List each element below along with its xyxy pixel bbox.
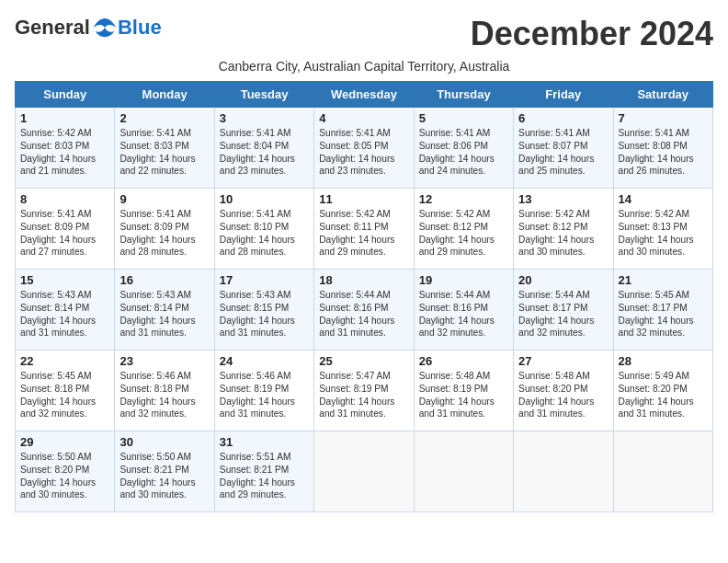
day-detail: Sunrise: 5:41 AMSunset: 8:10 PMDaylight:… [220,208,309,259]
day-number: 25 [319,354,408,368]
calendar-cell: 12Sunrise: 5:42 AMSunset: 8:12 PMDayligh… [414,189,513,270]
day-number: 7 [619,111,708,125]
calendar-week-row: 15Sunrise: 5:43 AMSunset: 8:14 PMDayligh… [16,270,713,350]
logo-blue: Blue [118,16,162,40]
day-detail: Sunrise: 5:41 AMSunset: 8:09 PMDaylight:… [20,208,109,259]
day-detail: Sunrise: 5:44 AMSunset: 8:17 PMDaylight:… [518,289,608,339]
day-detail: Sunrise: 5:48 AMSunset: 8:19 PMDaylight:… [419,370,508,420]
calendar-cell: 4Sunrise: 5:41 AMSunset: 8:05 PMDaylight… [314,108,414,189]
day-detail: Sunrise: 5:41 AMSunset: 8:06 PMDaylight:… [419,127,508,178]
day-number: 5 [419,111,508,125]
day-detail: Sunrise: 5:41 AMSunset: 8:05 PMDaylight:… [319,127,408,178]
calendar-cell: 30Sunrise: 5:50 AMSunset: 8:21 PMDayligh… [115,431,214,512]
calendar-cell [514,431,613,512]
header: General Blue December 2024 [15,15,713,53]
calendar-cell: 5Sunrise: 5:41 AMSunset: 8:06 PMDaylight… [414,108,513,189]
calendar-week-row: 22Sunrise: 5:45 AMSunset: 8:18 PMDayligh… [16,350,713,431]
day-detail: Sunrise: 5:49 AMSunset: 8:20 PMDaylight:… [619,370,708,420]
day-number: 22 [20,354,109,368]
calendar-week-row: 1Sunrise: 5:42 AMSunset: 8:03 PMDaylight… [16,108,713,189]
calendar-cell: 8Sunrise: 5:41 AMSunset: 8:09 PMDaylight… [16,189,115,270]
logo-bird-icon [92,15,118,40]
day-number: 13 [518,192,608,206]
day-detail: Sunrise: 5:46 AMSunset: 8:18 PMDaylight:… [119,370,209,420]
calendar-cell: 11Sunrise: 5:42 AMSunset: 8:11 PMDayligh… [314,189,414,270]
day-detail: Sunrise: 5:43 AMSunset: 8:15 PMDaylight:… [220,289,309,339]
day-number: 18 [319,273,408,287]
day-detail: Sunrise: 5:43 AMSunset: 8:14 PMDaylight:… [20,289,109,339]
day-number: 12 [419,192,508,206]
calendar-cell: 29Sunrise: 5:50 AMSunset: 8:20 PMDayligh… [16,431,115,512]
day-detail: Sunrise: 5:41 AMSunset: 8:03 PMDaylight:… [119,127,209,178]
day-number: 15 [20,273,109,287]
calendar-cell [613,431,712,512]
day-detail: Sunrise: 5:50 AMSunset: 8:21 PMDaylight:… [119,451,209,501]
day-number: 21 [619,273,708,287]
day-number: 11 [319,192,408,206]
logo-general: General [15,16,90,40]
calendar-cell: 2Sunrise: 5:41 AMSunset: 8:03 PMDaylight… [115,108,214,189]
calendar-cell: 6Sunrise: 5:41 AMSunset: 8:07 PMDaylight… [514,108,613,189]
day-number: 23 [119,354,209,368]
col-header-sunday: Sunday [16,82,115,108]
day-detail: Sunrise: 5:42 AMSunset: 8:11 PMDaylight:… [319,208,408,259]
calendar-cell: 21Sunrise: 5:45 AMSunset: 8:17 PMDayligh… [613,270,712,350]
calendar-cell: 10Sunrise: 5:41 AMSunset: 8:10 PMDayligh… [214,189,313,270]
day-number: 30 [119,435,209,449]
day-number: 29 [20,435,109,449]
calendar-cell: 3Sunrise: 5:41 AMSunset: 8:04 PMDaylight… [214,108,313,189]
day-detail: Sunrise: 5:51 AMSunset: 8:21 PMDaylight:… [220,451,309,501]
col-header-saturday: Saturday [613,82,712,108]
day-detail: Sunrise: 5:42 AMSunset: 8:03 PMDaylight:… [20,127,109,178]
calendar-cell: 1Sunrise: 5:42 AMSunset: 8:03 PMDaylight… [16,108,115,189]
day-number: 20 [518,273,608,287]
calendar-cell: 9Sunrise: 5:41 AMSunset: 8:09 PMDaylight… [115,189,214,270]
day-detail: Sunrise: 5:41 AMSunset: 8:07 PMDaylight:… [518,127,608,178]
logo-area: General Blue [15,15,162,40]
calendar-cell: 31Sunrise: 5:51 AMSunset: 8:21 PMDayligh… [214,431,313,512]
calendar-table: SundayMondayTuesdayWednesdayThursdayFrid… [15,81,713,512]
day-number: 8 [20,192,109,206]
col-header-wednesday: Wednesday [314,82,414,108]
day-detail: Sunrise: 5:45 AMSunset: 8:17 PMDaylight:… [619,289,708,339]
day-number: 14 [619,192,708,206]
calendar-cell: 13Sunrise: 5:42 AMSunset: 8:12 PMDayligh… [514,189,613,270]
calendar-week-row: 29Sunrise: 5:50 AMSunset: 8:20 PMDayligh… [16,431,713,512]
calendar-cell: 18Sunrise: 5:44 AMSunset: 8:16 PMDayligh… [314,270,414,350]
calendar-cell [314,431,414,512]
day-detail: Sunrise: 5:42 AMSunset: 8:12 PMDaylight:… [419,208,508,259]
calendar-cell: 22Sunrise: 5:45 AMSunset: 8:18 PMDayligh… [16,350,115,431]
calendar-cell: 25Sunrise: 5:47 AMSunset: 8:19 PMDayligh… [314,350,414,431]
calendar-cell: 16Sunrise: 5:43 AMSunset: 8:14 PMDayligh… [115,270,214,350]
day-number: 10 [220,192,309,206]
day-number: 1 [20,111,109,125]
calendar-cell: 15Sunrise: 5:43 AMSunset: 8:14 PMDayligh… [16,270,115,350]
calendar-cell: 20Sunrise: 5:44 AMSunset: 8:17 PMDayligh… [514,270,613,350]
day-number: 19 [419,273,508,287]
day-number: 24 [220,354,309,368]
day-number: 6 [518,111,608,125]
day-number: 16 [119,273,209,287]
col-header-thursday: Thursday [414,82,513,108]
day-detail: Sunrise: 5:50 AMSunset: 8:20 PMDaylight:… [20,451,109,501]
calendar-cell: 24Sunrise: 5:46 AMSunset: 8:19 PMDayligh… [214,350,313,431]
col-header-friday: Friday [514,82,613,108]
day-detail: Sunrise: 5:42 AMSunset: 8:12 PMDaylight:… [518,208,608,259]
day-number: 17 [220,273,309,287]
calendar-week-row: 8Sunrise: 5:41 AMSunset: 8:09 PMDaylight… [16,189,713,270]
calendar-cell: 28Sunrise: 5:49 AMSunset: 8:20 PMDayligh… [613,350,712,431]
col-header-monday: Monday [115,82,214,108]
logo: General Blue [15,15,162,40]
day-number: 27 [518,354,608,368]
day-number: 4 [319,111,408,125]
calendar-cell [414,431,513,512]
day-detail: Sunrise: 5:41 AMSunset: 8:04 PMDaylight:… [220,127,309,178]
calendar-cell: 19Sunrise: 5:44 AMSunset: 8:16 PMDayligh… [414,270,513,350]
calendar-cell: 26Sunrise: 5:48 AMSunset: 8:19 PMDayligh… [414,350,513,431]
day-detail: Sunrise: 5:46 AMSunset: 8:19 PMDaylight:… [220,370,309,420]
day-detail: Sunrise: 5:47 AMSunset: 8:19 PMDaylight:… [319,370,408,420]
day-number: 9 [119,192,209,206]
day-detail: Sunrise: 5:44 AMSunset: 8:16 PMDaylight:… [419,289,508,339]
day-number: 28 [619,354,708,368]
calendar-cell: 27Sunrise: 5:48 AMSunset: 8:20 PMDayligh… [514,350,613,431]
